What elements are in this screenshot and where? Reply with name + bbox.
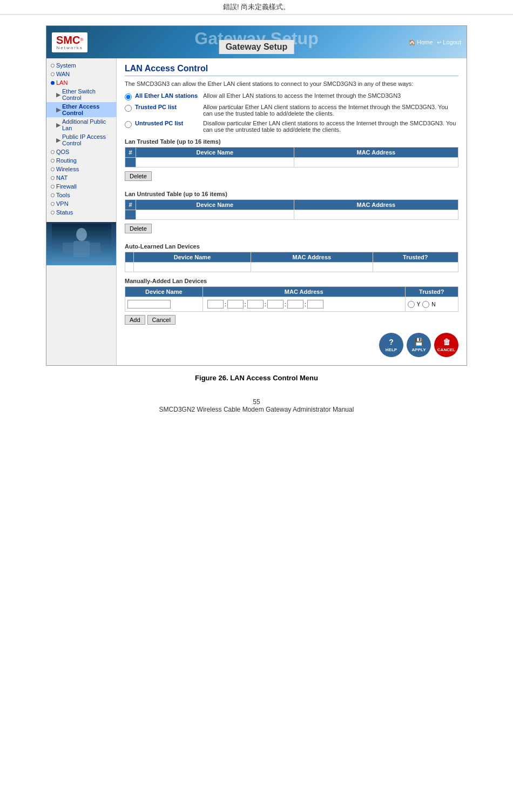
cancel-icon-button[interactable]: 🗑 CANCEL <box>434 333 458 357</box>
lan-trusted-table-section: Lan Trusted Table (up to 16 items) # Dev… <box>125 138 458 185</box>
error-bar: 錯誤! 尚未定義樣式。 <box>0 0 513 15</box>
home-label: Home <box>417 39 433 45</box>
radio-all-ether-desc: Allow all Ether LAN stations to access t… <box>203 92 401 99</box>
networks-text: Networks <box>56 45 83 50</box>
mac-sep-5: : <box>305 301 306 307</box>
sidebar-item-vpn[interactable]: VPN <box>46 199 116 208</box>
manual-col-mac: MAC Address <box>202 287 405 297</box>
manual-row-device <box>125 297 203 312</box>
cancel-icon: 🗑 <box>443 338 450 346</box>
manual-col-trusted: Trusted? <box>405 287 458 297</box>
table-row <box>125 263 458 272</box>
trusted-row-mac <box>294 158 458 167</box>
radio-row-all: All Ether LAN stations Allow all Ether L… <box>125 92 458 100</box>
table-row: : : : : : <box>125 297 458 312</box>
mac-field-2[interactable] <box>227 300 244 308</box>
arrow-icon: ▶ <box>56 122 60 129</box>
table-row <box>125 210 458 220</box>
lan-untrusted-table: # Device Name MAC Address <box>125 199 458 220</box>
page-footer: 55 SMCD3GN2 Wireless Cable Modem Gateway… <box>22 398 491 424</box>
sidebar-item-firewall[interactable]: Firewall <box>46 182 116 191</box>
bullet-icon <box>51 150 55 154</box>
auto-col-check <box>125 252 134 263</box>
svg-rect-3 <box>63 243 73 253</box>
manually-added-section: Manually-Added Lan Devices Device Name M… <box>125 278 458 325</box>
mac-sep-1: : <box>225 301 226 307</box>
home-icon: 🏠 <box>409 39 415 45</box>
apply-label: APPLY <box>412 347 426 352</box>
trusted-delete-button[interactable]: Delete <box>125 171 152 181</box>
mac-sep-2: : <box>245 301 246 307</box>
bullet-icon <box>51 185 55 189</box>
untrusted-row-device <box>136 210 294 220</box>
lan-untrusted-table-section: Lan Untrusted Table (up to 16 items) # D… <box>125 191 458 238</box>
sidebar-item-lan[interactable]: LAN <box>46 78 116 87</box>
sidebar-item-nat[interactable]: NAT <box>46 173 116 182</box>
sidebar-item-public-ip[interactable]: ▶ Public IP Access Control <box>46 132 116 147</box>
mac-field-6[interactable] <box>307 300 323 308</box>
add-cancel-row: Add Cancel <box>125 315 458 325</box>
apply-icon: 💾 <box>414 338 423 346</box>
arrow-icon: ▶ <box>56 106 60 113</box>
sidebar-item-system[interactable]: System <box>46 61 116 70</box>
add-button[interactable]: Add <box>125 315 145 325</box>
help-label: HELP <box>386 347 397 352</box>
content-area: LAN Access Control The SMCD3GN3 can allo… <box>117 58 467 365</box>
mac-field-1[interactable] <box>207 300 224 308</box>
cancel-button[interactable]: Cancel <box>147 315 176 325</box>
svg-rect-4 <box>90 243 100 253</box>
radio-untrusted-pc[interactable] <box>125 121 132 128</box>
sidebar-item-ether-switch[interactable]: ▶ Ether Switch Control <box>46 87 116 102</box>
apply-button[interactable]: 💾 APPLY <box>407 333 431 357</box>
trusted-row-hash <box>125 158 136 167</box>
sidebar-item-tools[interactable]: Tools <box>46 191 116 199</box>
trusted-table-col-hash: # <box>125 147 136 158</box>
trusted-no-label: N <box>431 301 435 307</box>
device-name-input[interactable] <box>127 300 171 308</box>
untrusted-row-mac <box>294 210 458 220</box>
svg-rect-2 <box>73 241 90 257</box>
radio-trusted-pc-label: Trusted PC list <box>135 104 200 110</box>
mac-field-3[interactable] <box>247 300 264 308</box>
sidebar-item-additional-public[interactable]: ▶ Additional Public Lan <box>46 117 116 132</box>
sidebar-item-routing[interactable]: Routing <box>46 156 116 165</box>
trusted-yes-radio[interactable] <box>408 301 415 308</box>
auto-col-device: Device Name <box>134 252 251 263</box>
router-body: System WAN LAN ▶ Ether Switch Control ▶ … <box>46 58 467 365</box>
home-link[interactable]: 🏠 Home <box>409 39 433 45</box>
table-row <box>125 158 458 167</box>
mac-field-4[interactable] <box>267 300 284 308</box>
auto-row-check <box>125 263 134 272</box>
sidebar-item-wan[interactable]: WAN <box>46 70 116 78</box>
radio-trusted-pc[interactable] <box>125 105 132 112</box>
router-frame: SMC® Networks Gateway Setup Gateway Setu… <box>46 25 467 366</box>
manual-title: SMCD3GN2 Wireless Cable Modem Gateway Ad… <box>22 406 491 413</box>
untrusted-table-col-hash: # <box>125 200 136 210</box>
smc-brand: SMC <box>56 34 80 46</box>
radio-trusted-pc-desc: Allow particular Ether LAN client statio… <box>203 104 458 117</box>
sidebar-item-status[interactable]: Status <box>46 208 116 217</box>
sidebar-item-wireless[interactable]: Wireless <box>46 165 116 173</box>
mac-field-5[interactable] <box>287 300 303 308</box>
sidebar-item-qos[interactable]: QOS <box>46 147 116 156</box>
logout-link[interactable]: ↩ Logout <box>437 39 461 45</box>
page-wrapper: SMC® Networks Gateway Setup Gateway Setu… <box>0 15 513 435</box>
radio-all-ether[interactable] <box>125 93 132 100</box>
radio-row-trusted: Trusted PC list Allow particular Ether L… <box>125 104 458 117</box>
radio-all-ether-label: All Ether LAN stations <box>135 92 200 99</box>
sidebar-item-ether-access[interactable]: ▶ Ether Access Control <box>46 102 116 117</box>
radio-untrusted-pc-desc: Disallow particular Ether LAN client sta… <box>203 120 458 133</box>
router-header: SMC® Networks Gateway Setup Gateway Setu… <box>46 26 467 58</box>
bullet-icon <box>51 193 55 197</box>
trusted-row-device <box>136 158 294 167</box>
auto-row-mac <box>251 263 373 272</box>
lan-trusted-table-label: Lan Trusted Table (up to 16 items) <box>125 138 458 145</box>
help-icon: ? <box>389 338 394 346</box>
untrusted-delete-button[interactable]: Delete <box>125 224 152 233</box>
auto-learned-table: Device Name MAC Address Trusted? <box>125 252 458 272</box>
bullet-icon <box>51 64 55 68</box>
trusted-radio-group: Y N <box>408 301 456 308</box>
mac-sep-3: : <box>265 301 266 307</box>
trusted-no-radio[interactable] <box>422 301 429 308</box>
help-button[interactable]: ? HELP <box>379 333 403 357</box>
